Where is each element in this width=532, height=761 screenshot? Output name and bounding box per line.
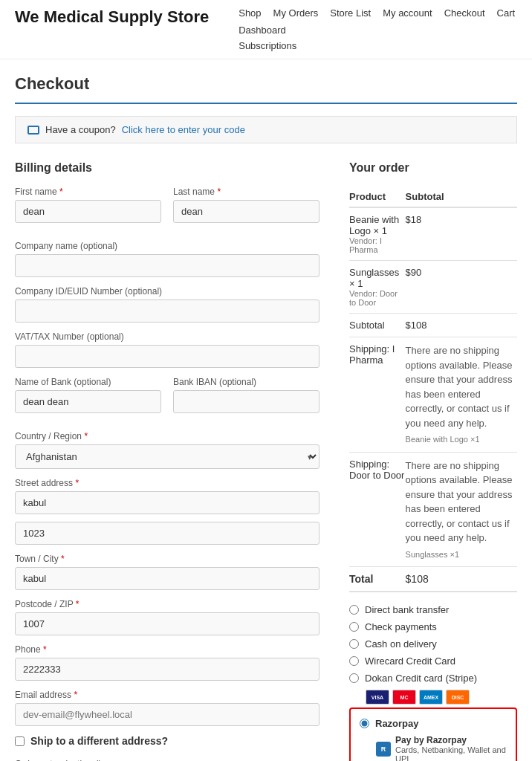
page-content: Checkout Have a coupon? Click here to en… — [0, 59, 532, 761]
country-group: Country / Region * Afghanistan — [15, 431, 319, 469]
payment-option-3: Cash on delivery — [349, 638, 517, 650]
subtotal-col-header: Subtotal — [406, 187, 517, 207]
payment-label-4: Wirecard Credit Card — [365, 655, 455, 667]
phone-group: Phone * — [15, 644, 319, 681]
shipping-door-label: Shipping: Door to Door — [349, 452, 406, 567]
ship-checkbox-row: Ship to a different address? — [15, 735, 319, 747]
total-label: Total — [349, 567, 406, 592]
billing-col: Billing details First name * Last name * — [15, 161, 319, 761]
order-section-title: Your order — [349, 161, 517, 175]
nav-dashboard[interactable]: Dashboard — [239, 25, 286, 36]
payment-option-5: Dokan Credit card (Stripe) — [349, 673, 517, 684]
city-input[interactable] — [15, 567, 319, 590]
payment-radio-5[interactable] — [349, 673, 359, 683]
street-input[interactable] — [15, 491, 319, 514]
order-col: Your order Product Subtotal Beanie with … — [349, 161, 517, 761]
payment-label-3: Cash on delivery — [365, 638, 437, 650]
header: We Medical Supply Store Shop My Orders S… — [0, 0, 532, 59]
razorpay-sub: R Pay by Razorpay Cards, Netbanking, Wal… — [376, 735, 507, 761]
nav-store-list[interactable]: Store List — [330, 7, 371, 19]
first-name-label: First name * — [15, 187, 161, 197]
subtotal-value: $108 — [406, 314, 517, 337]
city-label: Town / City * — [15, 554, 319, 564]
razorpay-box: Razorpay R Pay by Razorpay Cards, Netban… — [349, 707, 517, 761]
street2-input[interactable] — [15, 522, 319, 545]
subtotal-cell-1: $18 — [406, 207, 517, 261]
first-name-group: First name * — [15, 187, 161, 223]
page-title: Checkout — [15, 74, 517, 94]
street-label: Street address * — [15, 478, 319, 488]
bank-iban-group: Bank IBAN (optional) — [173, 377, 319, 413]
company-input[interactable] — [15, 254, 319, 277]
product-col-header: Product — [349, 187, 406, 207]
ship-different-checkbox[interactable] — [15, 736, 25, 746]
bank-iban-input[interactable] — [173, 390, 319, 413]
razorpay-label: Razorpay — [375, 718, 419, 729]
nav-subscriptions[interactable]: Subscriptions — [239, 40, 517, 51]
payment-label-2: Check payments — [365, 621, 437, 632]
email-label: Email address * — [15, 690, 319, 700]
product-vendor-1: Vendor: I Pharma — [349, 236, 406, 254]
payment-radio-4[interactable] — [349, 656, 359, 666]
city-group: Town / City * — [15, 554, 319, 590]
payment-option-4: Wirecard Credit Card — [349, 655, 517, 667]
nav-cart[interactable]: Cart — [497, 7, 516, 19]
razorpay-sub-labels: Pay by Razorpay Cards, Netbanking, Walle… — [395, 735, 507, 761]
payment-label-1: Direct bank transfer — [365, 604, 449, 615]
street-group: Street address * — [15, 478, 319, 545]
razorpay-radio[interactable] — [360, 719, 369, 728]
first-name-input[interactable] — [15, 200, 161, 223]
payment-radio-3[interactable] — [349, 639, 359, 649]
razorpay-sub-text: Cards, Netbanking, Wallet and UPI — [395, 745, 507, 761]
mastercard-icon: MC — [392, 690, 416, 705]
checkout-layout: Billing details First name * Last name * — [15, 161, 517, 761]
shipping-pharma-label: Shipping: I Pharma — [349, 337, 406, 453]
email-input[interactable] — [15, 703, 319, 726]
country-wrapper: Afghanistan — [15, 444, 319, 469]
coupon-notice: Have a coupon? Click here to enter your … — [15, 116, 517, 143]
phone-label: Phone * — [15, 644, 319, 655]
coupon-icon — [27, 126, 39, 135]
name-row: First name * Last name * — [15, 187, 319, 232]
subtotal-cell-2: $90 — [406, 261, 517, 314]
subtotal-row: Subtotal $108 — [349, 314, 517, 337]
vat-label: VAT/TAX Number (optional) — [15, 331, 319, 342]
shipping-pharma-notice: There are no shipping options available.… — [406, 337, 517, 453]
company-group: Company name (optional) — [15, 241, 319, 277]
payment-option-1: Direct bank transfer — [349, 604, 517, 615]
nav-shop[interactable]: Shop — [239, 7, 261, 19]
phone-input[interactable] — [15, 658, 319, 681]
company-id-input[interactable] — [15, 299, 319, 323]
razorpay-header: Razorpay — [360, 718, 507, 729]
company-id-group: Company ID/EUID Number (optional) — [15, 286, 319, 323]
product-cell-1: Beanie with Logo × 1 Vendor: I Pharma — [349, 207, 406, 261]
visa-icon: VISA — [366, 690, 389, 705]
shipping-pharma-product: Beanie with Logo ×1 — [406, 433, 517, 446]
last-name-label: Last name * — [173, 187, 319, 197]
coupon-link[interactable]: Click here to enter your code — [122, 124, 245, 135]
postcode-input[interactable] — [15, 612, 319, 635]
payment-radio-1[interactable] — [349, 605, 359, 615]
shipping-door-product: Sunglasses ×1 — [406, 548, 517, 561]
last-name-group: Last name * — [173, 187, 319, 223]
country-select[interactable]: Afghanistan — [15, 444, 319, 469]
payment-methods: Direct bank transfer Check payments Cash… — [349, 604, 517, 761]
vat-group: VAT/TAX Number (optional) — [15, 331, 319, 368]
bank-name-input[interactable] — [15, 390, 161, 413]
vat-input[interactable] — [15, 345, 319, 368]
bank-name-group: Name of Bank (optional) — [15, 377, 161, 413]
product-vendor-2: Vendor: Door to Door — [349, 289, 406, 307]
ship-different-label: Ship to a different address? — [30, 735, 168, 747]
nav-my-orders[interactable]: My Orders — [273, 7, 319, 19]
last-name-input[interactable] — [173, 200, 319, 223]
amex-icon: AMEX — [419, 690, 443, 705]
coupon-text: Have a coupon? — [45, 124, 116, 135]
email-group: Email address * — [15, 690, 319, 726]
shipping-door-notice: There are no shipping options available.… — [406, 452, 517, 567]
payment-radio-2[interactable] — [349, 622, 359, 632]
nav-my-account[interactable]: My account — [383, 7, 432, 19]
nav-checkout[interactable]: Checkout — [444, 7, 485, 19]
payment-label-5: Dokan Credit card (Stripe) — [365, 673, 477, 684]
bank-iban-label: Bank IBAN (optional) — [173, 377, 319, 387]
discover-icon: DISC — [446, 690, 470, 705]
